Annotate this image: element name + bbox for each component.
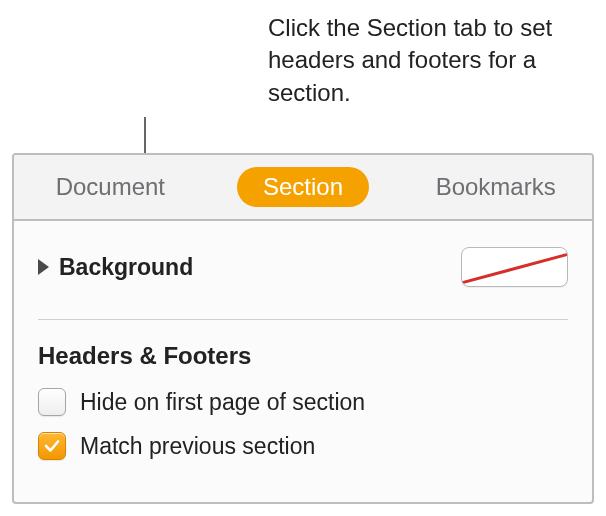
no-color-icon — [461, 251, 568, 287]
checkbox-match-previous-label: Match previous section — [80, 433, 315, 460]
annotation-callout: Click the Section tab to set headers and… — [12, 12, 594, 109]
chevron-right-icon — [38, 259, 49, 275]
checkbox-hide-first-page-label: Hide on first page of section — [80, 389, 365, 416]
inspector-panel: Document Section Bookmarks Background He — [12, 153, 594, 504]
annotation-text: Click the Section tab to set headers and… — [268, 12, 588, 109]
tab-section[interactable]: Section — [207, 155, 400, 219]
inspector-tabs: Document Section Bookmarks — [14, 155, 592, 221]
checkbox-match-previous[interactable]: Match previous section — [38, 432, 568, 460]
background-row: Background — [38, 239, 568, 319]
background-label: Background — [59, 254, 193, 281]
divider — [38, 319, 568, 320]
checkmark-icon — [43, 437, 61, 455]
background-color-swatch[interactable] — [461, 247, 568, 287]
checkbox-box — [38, 432, 66, 460]
inspector-body: Background Headers & Footers Hide on fir… — [14, 221, 592, 502]
tab-document[interactable]: Document — [14, 155, 207, 219]
background-disclosure[interactable]: Background — [38, 254, 193, 281]
checkbox-hide-first-page[interactable]: Hide on first page of section — [38, 388, 568, 416]
checkbox-box — [38, 388, 66, 416]
tab-bookmarks-label: Bookmarks — [410, 167, 582, 207]
tab-bookmarks[interactable]: Bookmarks — [399, 155, 592, 219]
headers-footers-title: Headers & Footers — [38, 342, 568, 370]
tab-section-label: Section — [237, 167, 369, 207]
annotation-leader-line — [144, 117, 146, 155]
tab-document-label: Document — [30, 167, 191, 207]
